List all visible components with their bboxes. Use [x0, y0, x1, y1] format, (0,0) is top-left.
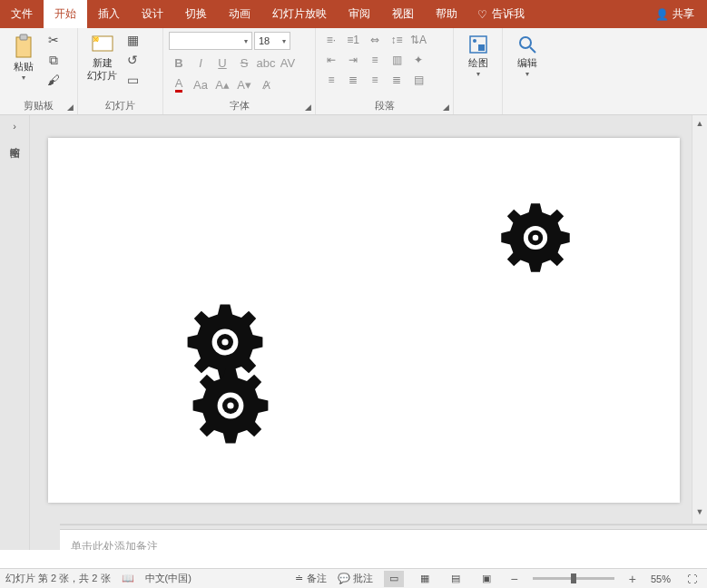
decrease-indent-button[interactable]: ⇤ [321, 52, 341, 68]
svg-point-11 [533, 235, 539, 241]
indent-icon: ⇥ [349, 54, 358, 66]
shadow-icon: abc [257, 56, 276, 70]
bold-button[interactable]: B [169, 54, 189, 72]
scroll-up-button[interactable]: ▲ [696, 115, 704, 131]
reading-view-button[interactable]: ▤ [446, 571, 466, 587]
align-center-button[interactable]: ≣ [343, 72, 363, 88]
justify-icon: ≣ [392, 74, 401, 86]
zoom-slider[interactable] [533, 577, 614, 580]
italic-button[interactable]: I [191, 54, 211, 72]
zoom-in-button[interactable]: + [625, 572, 640, 586]
line-spacing-button[interactable]: ↕≡ [387, 32, 407, 48]
align-left-button[interactable]: ≡ [321, 72, 341, 88]
grow-font-icon: A▴ [215, 78, 230, 92]
svg-point-5 [473, 39, 476, 43]
tab-transitions[interactable]: 切换 [174, 0, 218, 28]
share-button[interactable]: 👤 共享 [643, 0, 707, 28]
zoom-thumb[interactable] [571, 573, 576, 583]
tab-help[interactable]: 帮助 [425, 0, 468, 28]
underline-button[interactable]: U [212, 54, 232, 72]
font-dialog-launcher[interactable]: ◢ [302, 102, 313, 113]
align-text-button[interactable]: ≡ [365, 52, 385, 68]
strike-icon: S [241, 56, 249, 70]
font-size-combo[interactable]: 18 ▾ [254, 32, 290, 50]
slideshow-view-button[interactable]: ▣ [476, 571, 496, 587]
paragraph-dialog-launcher[interactable]: ◢ [440, 102, 451, 113]
chevron-down-icon: ▾ [282, 37, 286, 45]
notes-placeholder[interactable]: 单击此处添加备注 [60, 530, 707, 550]
zoom-value[interactable]: 55% [651, 573, 671, 584]
scroll-down-button[interactable]: ▼ [696, 504, 704, 519]
copy-icon: ⧉ [49, 53, 58, 68]
font-name-combo[interactable]: ▾ [169, 32, 252, 50]
normal-view-button[interactable]: ▭ [384, 571, 404, 587]
clear-icon: A̷ [262, 78, 270, 92]
copy-button[interactable]: ⧉ [45, 52, 62, 68]
svg-point-7 [520, 37, 531, 48]
svg-rect-1 [20, 34, 27, 40]
paste-button[interactable]: 粘贴 ▾ [5, 32, 42, 83]
fit-to-window-button[interactable]: ⛶ [682, 571, 702, 587]
columns-button[interactable]: ▥ [387, 52, 407, 68]
tell-me[interactable]: ♡ 告诉我 [468, 0, 534, 28]
new-slide-button[interactable]: 新建 幻灯片 [83, 32, 121, 83]
cut-button[interactable]: ✂ [45, 32, 62, 48]
reset-button[interactable]: ↺ [124, 52, 141, 68]
align-right-button[interactable]: ≡ [365, 72, 385, 88]
tab-review[interactable]: 审阅 [338, 0, 381, 28]
line-spacing-icon: ↕≡ [390, 34, 402, 46]
expand-thumbnails-button[interactable]: › [13, 121, 16, 132]
text-direction-button[interactable]: ⇅A [408, 32, 428, 48]
section-button[interactable]: ▭ [124, 72, 141, 88]
gear-shape[interactable] [190, 365, 271, 446]
grow-font-button[interactable]: A▴ [212, 75, 232, 93]
svg-line-8 [530, 47, 535, 53]
bullets-icon: ≡· [327, 34, 336, 46]
tab-view[interactable]: 视图 [381, 0, 425, 28]
format-painter-button[interactable]: 🖌 [45, 72, 62, 88]
clipboard-dialog-launcher[interactable]: ◢ [64, 102, 75, 113]
list-level-button[interactable]: ⇔ [365, 32, 385, 48]
font-color-button[interactable]: A [169, 75, 189, 93]
slide-canvas[interactable] [48, 138, 680, 503]
char-spacing-button[interactable]: AV [278, 54, 298, 72]
justify-button[interactable]: ≣ [387, 72, 407, 88]
vertical-scrollbar[interactable]: ▲ ▼ ⦿ ⦿ [692, 115, 707, 550]
scissors-icon: ✂ [48, 33, 59, 47]
dropdown-arrow-icon: ▾ [525, 70, 529, 78]
spacing-icon: AV [280, 56, 295, 70]
convert-smartart-button[interactable]: ✦ [408, 52, 428, 68]
group-slides-label: 幻灯片 [82, 97, 159, 114]
layout-button[interactable]: ▦ [124, 32, 141, 48]
clear-formatting-button[interactable]: A̷ [256, 75, 276, 93]
tab-file[interactable]: 文件 [0, 0, 44, 28]
gear-shape[interactable] [498, 201, 573, 275]
status-slide-number[interactable]: 幻灯片 第 2 张，共 2 张 [5, 572, 111, 585]
share-label: 共享 [673, 6, 694, 22]
notes-toggle[interactable]: ≐ 备注 [295, 572, 326, 585]
tab-animations[interactable]: 动画 [218, 0, 261, 28]
shrink-font-button[interactable]: A▾ [234, 75, 254, 93]
distribute-button[interactable]: ▤ [408, 72, 428, 88]
tab-design[interactable]: 设计 [131, 0, 174, 28]
increase-indent-button[interactable]: ⇥ [343, 52, 363, 68]
share-icon: 👤 [655, 8, 669, 21]
reading-view-icon: ▤ [451, 573, 460, 584]
tab-slideshow[interactable]: 幻灯片放映 [261, 0, 338, 28]
spellcheck-icon[interactable]: 📖 [122, 573, 134, 584]
status-language[interactable]: 中文(中国) [145, 572, 191, 585]
strike-button[interactable]: S [234, 54, 254, 72]
numbering-button[interactable]: ≡1 [343, 32, 363, 48]
comments-toggle[interactable]: 💬 批注 [338, 572, 373, 585]
change-case-button[interactable]: Aa [191, 75, 211, 93]
tab-home[interactable]: 开始 [44, 0, 87, 28]
sorter-view-button[interactable]: ▦ [415, 571, 435, 587]
zoom-out-button[interactable]: − [507, 572, 522, 586]
drawing-button[interactable]: 绘图 ▾ [460, 32, 496, 80]
tell-me-label: 告诉我 [492, 6, 525, 22]
editing-button[interactable]: 编辑 ▾ [509, 32, 545, 80]
tab-insert[interactable]: 插入 [87, 0, 131, 28]
shadow-button[interactable]: abc [256, 54, 276, 72]
svg-point-14 [221, 338, 228, 345]
bullets-button[interactable]: ≡· [321, 32, 341, 48]
